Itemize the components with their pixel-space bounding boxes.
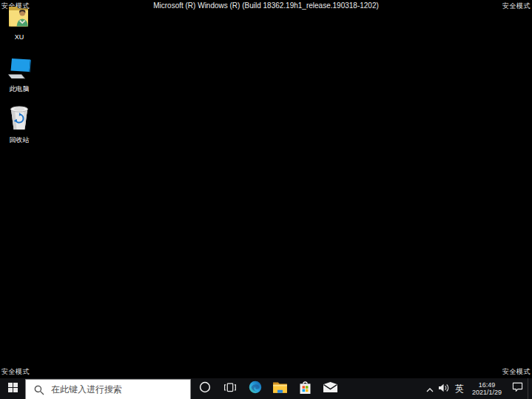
edge-icon <box>249 380 262 397</box>
ime-language-button[interactable]: 英 <box>452 378 467 399</box>
desktop-icon-user-folder[interactable]: XU <box>0 4 38 41</box>
recycle-bin-icon <box>7 105 31 135</box>
edge-button[interactable] <box>243 378 267 399</box>
user-folder-icon <box>6 4 33 32</box>
safe-mode-label-bottom-left: 安全模式 <box>1 367 30 377</box>
search-icon <box>34 385 44 395</box>
task-view-icon <box>223 382 237 396</box>
desktop-icon-recycle-bin[interactable]: 回收站 <box>0 105 38 144</box>
desktop-icon-label: XU <box>15 33 24 41</box>
chevron-up-icon <box>426 382 434 395</box>
taskbar: 英 16:49 2021/1/29 <box>0 378 532 399</box>
microsoft-store-icon <box>299 380 312 398</box>
desktop-icon-label: 回收站 <box>10 136 30 144</box>
cortana-icon <box>199 381 211 396</box>
desktop-icon-label: 此电脑 <box>10 85 30 93</box>
clock-time: 16:49 <box>479 381 496 389</box>
search-input[interactable] <box>26 380 190 399</box>
show-desktop-button[interactable] <box>528 378 532 399</box>
speaker-icon <box>439 382 450 395</box>
action-center-button[interactable] <box>507 378 528 399</box>
system-tray: 英 16:49 2021/1/29 <box>424 378 532 399</box>
action-center-icon <box>512 382 523 395</box>
this-pc-icon <box>6 58 33 84</box>
clock[interactable]: 16:49 2021/1/29 <box>467 378 507 399</box>
cortana-button[interactable] <box>192 378 217 399</box>
start-button[interactable] <box>0 378 25 399</box>
microsoft-store-button[interactable] <box>293 378 317 399</box>
volume-button[interactable] <box>436 378 452 399</box>
mail-button[interactable] <box>318 378 343 399</box>
desktop: 安全模式 安全模式 安全模式 安全模式 Microsoft (R) Window… <box>0 0 532 399</box>
desktop-icon-this-pc[interactable]: 此电脑 <box>0 58 38 93</box>
clock-date: 2021/1/29 <box>472 389 502 396</box>
taskbar-search <box>25 379 191 399</box>
safe-mode-label-bottom-right: 安全模式 <box>502 367 531 377</box>
windows-build-banner: Microsoft (R) Windows (R) (Build 18362.1… <box>0 1 532 10</box>
windows-logo-icon <box>8 382 18 395</box>
mail-icon <box>323 382 337 395</box>
file-explorer-icon <box>273 381 287 396</box>
task-view-button[interactable] <box>218 378 242 399</box>
hidden-icons-chevron-button[interactable] <box>424 378 436 399</box>
file-explorer-button[interactable] <box>268 378 292 399</box>
